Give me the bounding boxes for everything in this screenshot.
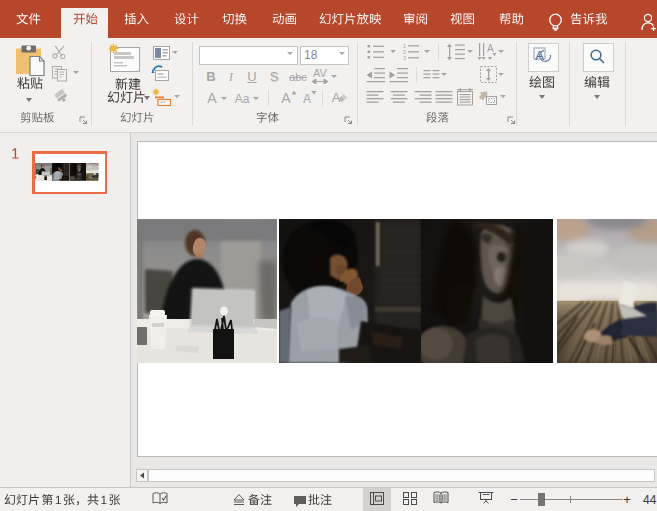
svg-text:A: A (487, 43, 494, 54)
svg-text:3: 3 (403, 55, 406, 61)
svg-text:AV: AV (313, 68, 328, 79)
svg-text:A: A (332, 90, 341, 105)
